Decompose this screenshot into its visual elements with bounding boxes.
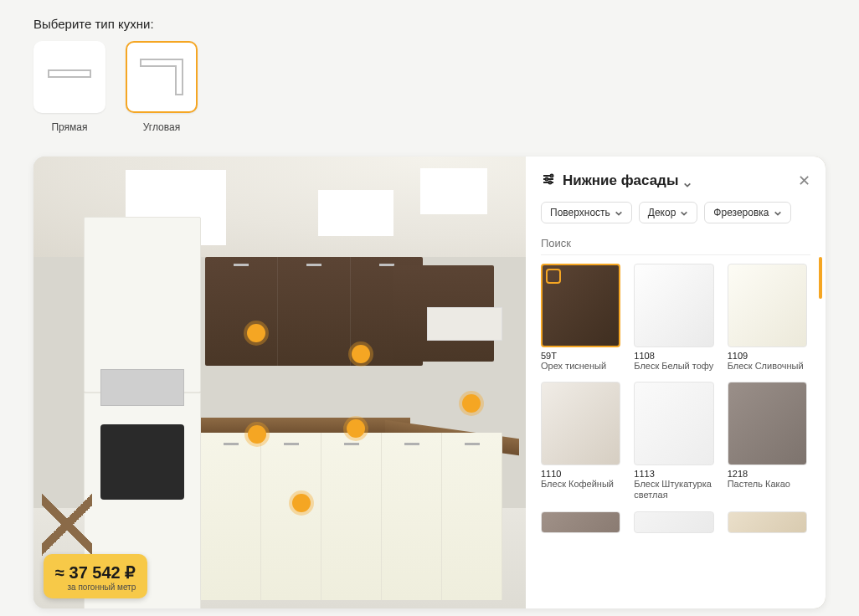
swatch-thumb xyxy=(728,511,807,533)
filter-row: Поверхность Декор Фрезеровка xyxy=(541,202,810,223)
panel-title-text: Нижние фасады xyxy=(563,172,678,189)
chevron-down-icon xyxy=(774,208,782,217)
filter-label: Фрезеровка xyxy=(713,207,769,218)
swatch-name: Пастель Какао xyxy=(728,479,807,490)
price-badge: ≈ 37 542 ₽ за погонный метр xyxy=(44,554,147,598)
hotspot-upper-facades[interactable] xyxy=(247,324,265,342)
swatch-name: Блеск Штукатурка светлая xyxy=(634,479,713,501)
swatch-thumb xyxy=(728,264,807,347)
hotspot-countertop-2[interactable] xyxy=(248,425,266,444)
swatch-code: 1218 xyxy=(728,469,807,479)
swatch-thumb xyxy=(541,264,620,347)
swatch-code: 1110 xyxy=(541,469,620,479)
swatch-grid: 59TОрех тисненый1108Блеск Белый тофу1109… xyxy=(541,264,810,533)
kitchen-configurator: ≈ 37 542 ₽ за погонный метр Нижние фасад… xyxy=(33,157,826,608)
close-icon[interactable]: ✕ xyxy=(798,172,810,190)
chevron-down-icon xyxy=(683,177,692,185)
swatch-thumb xyxy=(634,264,713,347)
swatch-code: 1113 xyxy=(634,469,713,479)
type-label: Угловая xyxy=(143,121,180,133)
filter-decor[interactable]: Декор xyxy=(639,202,698,223)
search-input[interactable] xyxy=(541,232,810,255)
price-sublabel: за погонный метр xyxy=(55,583,136,592)
price-value: ≈ 37 542 ₽ xyxy=(55,562,136,583)
type-thumb-corner xyxy=(126,41,198,113)
swatch-code: 1109 xyxy=(728,351,807,361)
svg-point-3 xyxy=(549,182,552,184)
options-panel: Нижние фасады ✕ Поверхность Декор Фрезер… xyxy=(526,157,826,608)
type-option-corner[interactable]: Угловая xyxy=(126,41,198,133)
swatch-thumb xyxy=(634,382,713,465)
filter-label: Декор xyxy=(648,207,676,218)
hotspot-lower-facades[interactable] xyxy=(292,494,311,512)
panel-title[interactable]: Нижние фасады xyxy=(563,172,791,189)
swatch-code: 1108 xyxy=(634,351,713,361)
swatch-name: Блеск Сливочный xyxy=(728,361,807,372)
scrollbar[interactable] xyxy=(819,257,822,592)
swatch-code: 59T xyxy=(541,351,620,361)
type-thumb-straight xyxy=(33,41,105,113)
swatch-item[interactable]: 1108Блеск Белый тофу xyxy=(634,264,713,372)
svg-point-1 xyxy=(551,175,553,177)
swatch-item[interactable] xyxy=(541,511,620,533)
swatch-item[interactable]: 1110Блеск Кофейный xyxy=(541,382,620,501)
chevron-down-icon xyxy=(615,208,623,217)
swatch-item[interactable]: 1109Блеск Сливочный xyxy=(728,264,807,372)
filter-milling[interactable]: Фрезеровка xyxy=(704,202,790,223)
type-option-straight[interactable]: Прямая xyxy=(33,41,105,133)
svg-rect-0 xyxy=(49,70,90,77)
chevron-down-icon xyxy=(680,208,688,217)
kitchen-type-row: Прямая Угловая xyxy=(33,41,826,133)
swatch-item[interactable]: 59TОрех тисненый xyxy=(541,264,620,372)
swatch-thumb xyxy=(634,511,713,533)
selected-badge-icon xyxy=(546,269,561,284)
sliders-icon xyxy=(541,172,556,190)
swatch-thumb xyxy=(541,511,620,533)
search-wrap xyxy=(541,232,810,255)
swatch-item[interactable]: 1113Блеск Штукатурка светлая xyxy=(634,382,713,501)
swatch-thumb xyxy=(728,382,807,465)
filter-surface[interactable]: Поверхность xyxy=(541,202,632,223)
hotspot-countertop[interactable] xyxy=(347,419,365,438)
swatch-item[interactable] xyxy=(634,511,713,533)
swatch-name: Орех тисненый xyxy=(541,361,620,372)
hotspot-upper-facades-2[interactable] xyxy=(352,345,370,363)
type-label: Прямая xyxy=(51,121,87,133)
swatch-name: Блеск Кофейный xyxy=(541,479,620,490)
swatch-item[interactable] xyxy=(728,511,807,533)
section-label: Выберите тип кухни: xyxy=(33,17,826,31)
swatch-item[interactable]: 1218Пастель Какао xyxy=(728,382,807,501)
swatch-name: Блеск Белый тофу xyxy=(634,361,713,372)
swatch-thumb xyxy=(541,382,620,465)
svg-point-2 xyxy=(546,178,548,181)
hotspot-backsplash[interactable] xyxy=(462,394,481,413)
filter-label: Поверхность xyxy=(550,207,610,218)
